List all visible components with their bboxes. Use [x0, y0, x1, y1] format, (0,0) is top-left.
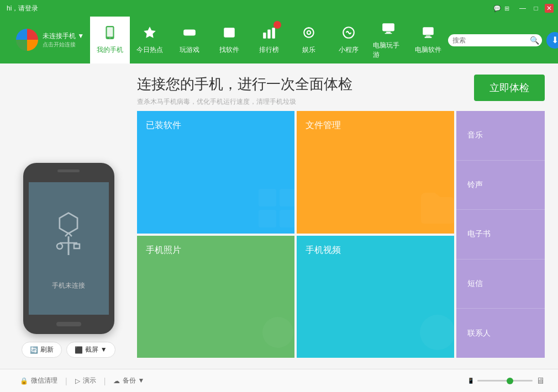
promo-subtitle: 查杀木马手机病毒，优化手机运行速度，清理手机垃圾 [137, 97, 352, 107]
tile-phone-photos[interactable]: 手机照片 [137, 236, 294, 358]
logo-icon [16, 29, 38, 51]
close-button[interactable]: ✕ [545, 4, 554, 13]
svg-rect-24 [424, 28, 432, 34]
tile-phone-videos[interactable]: 手机视频 [297, 236, 454, 358]
svg-rect-12 [229, 32, 231, 33]
nav-item-my-phone[interactable]: 我的手机 [90, 17, 130, 63]
svg-rect-11 [229, 30, 233, 31]
cloud-icon: ☁ [113, 377, 120, 385]
tile-sidebar-ebook[interactable]: 电子书 [456, 210, 545, 259]
maximize-button[interactable]: □ [531, 4, 540, 13]
search-area: 🔍 ⬇ [448, 32, 558, 49]
svg-rect-4 [183, 30, 196, 36]
separator-2: | [104, 377, 106, 385]
tile-sidebar-music[interactable]: 音乐 [456, 111, 545, 161]
logo-area[interactable]: 未连接手机 ▼ 点击开始连接 [4, 29, 90, 52]
ranking-icon [262, 25, 276, 43]
refresh-icon: 🔄 [30, 346, 38, 354]
hot-today-icon [143, 25, 157, 43]
tile-label: 手机照片 [146, 245, 181, 256]
svg-rect-32 [280, 189, 294, 206]
backup-action[interactable]: ☁ 备份 ▼ [107, 369, 151, 392]
play-icon: ▷ [75, 377, 80, 385]
tile-sidebar-label: 联系人 [467, 329, 491, 338]
icon-message[interactable]: 💬 [493, 5, 501, 12]
tile-label: 手机视频 [306, 245, 341, 256]
svg-rect-33 [259, 210, 276, 227]
find-software-label: 找软件 [219, 45, 239, 55]
tile-bg-icon [256, 186, 294, 234]
tiles-left: 已装软件 文件管理 手机照片 手机视频 [137, 111, 454, 358]
tile-file-manager[interactable]: 文件管理 [297, 111, 454, 234]
tile-sidebar-contacts[interactable]: 联系人 [456, 309, 545, 358]
phone-screen: ⬡ 手机未连接 [29, 182, 109, 315]
right-panel: 连接您的手机，进行一次全面体检 查杀木马手机病毒，优化手机运行速度，清理手机垃圾… [137, 75, 545, 358]
svg-rect-22 [385, 33, 392, 34]
nav-item-games[interactable]: 玩游戏 [170, 17, 209, 63]
my-phone-icon [103, 25, 117, 43]
pc-games-label: 电脑玩手游 [373, 41, 404, 60]
icon-grid[interactable]: ⊞ [504, 5, 509, 12]
svg-rect-21 [386, 31, 391, 33]
size-slider[interactable] [477, 380, 533, 382]
tile-sidebar-label: 短信 [467, 279, 483, 289]
svg-rect-6 [186, 33, 189, 34]
promo-title: 连接您的手机，进行一次全面体检 [137, 75, 352, 94]
pc-software-label: 电脑软件 [415, 45, 441, 55]
phone-status-text: 手机未连接 [52, 281, 85, 290]
ranking-label: 排行榜 [259, 45, 279, 55]
svg-rect-14 [263, 33, 266, 39]
svg-rect-26 [425, 37, 432, 38]
tile-sidebar-ringtone[interactable]: 铃声 [456, 161, 545, 210]
nav-item-find-software[interactable]: 找软件 [209, 17, 249, 63]
size-small-icon: 📱 [467, 378, 474, 384]
find-software-icon [222, 25, 236, 43]
search-icon[interactable]: 🔍 [530, 36, 539, 45]
tile-sidebar-sms[interactable]: 短信 [456, 259, 545, 309]
download-button[interactable]: ⬇ [546, 32, 558, 49]
logo-subtext: 点击开始连接 [43, 41, 84, 49]
wechat-clean-action[interactable]: 🔒 微信清理 [13, 369, 64, 392]
cta-button[interactable]: 立即体检 [474, 75, 545, 101]
promo-section: 连接您的手机，进行一次全面体检 查杀木马手机病毒，优化手机运行速度，清理手机垃圾… [137, 75, 545, 107]
main-content: ⬡ 手机未连接 🔄 刷新 [0, 63, 558, 392]
svg-marker-3 [144, 27, 156, 38]
search-input[interactable] [452, 36, 530, 44]
screenshot-button[interactable]: ⬛ 截屏 ▼ [66, 342, 115, 358]
screenshot-icon: ⬛ [75, 346, 83, 354]
my-phone-label: 我的手机 [97, 45, 123, 55]
refresh-button[interactable]: 🔄 刷新 [22, 342, 62, 358]
logo-text: 未连接手机 ▼ [43, 31, 84, 41]
tiles-container: 已装软件 文件管理 手机照片 手机视频 音乐铃声电子书短信联系人 [137, 111, 545, 358]
svg-rect-31 [259, 189, 276, 206]
svg-rect-25 [426, 35, 431, 36]
minimize-button[interactable]: — [518, 4, 527, 13]
svg-rect-30 [74, 244, 80, 248]
size-large-icon: 🖥 [536, 376, 545, 386]
toolbar: 未连接手机 ▼ 点击开始连接 我的手机 今日热点 玩游戏 找软件 排行榜 [0, 17, 558, 63]
tile-installed-apps[interactable]: 已装软件 [137, 111, 294, 234]
nav-item-mini-program[interactable]: 小程序 [329, 17, 369, 63]
entertainment-icon [302, 25, 316, 43]
size-controls: 📱 🖥 [467, 376, 545, 386]
ranking-badge [273, 21, 281, 29]
svg-rect-16 [272, 28, 275, 39]
size-slider-container: 📱 🖥 [467, 376, 545, 386]
nav-item-hot-today[interactable]: 今日热点 [130, 17, 170, 63]
nav-items: 我的手机 今日热点 玩游戏 找软件 排行榜 娱乐 小程序 [90, 17, 448, 63]
svg-rect-15 [267, 30, 270, 39]
content-area: ⬡ 手机未连接 🔄 刷新 [0, 63, 558, 369]
svg-rect-1 [107, 27, 113, 36]
bottom-bar: 🔒 微信清理 | ▷ 演示 | ☁ 备份 ▼ 📱 🖥 [0, 369, 558, 392]
nav-item-entertainment[interactable]: 娱乐 [289, 17, 329, 63]
phone-actions: 🔄 刷新 ⬛ 截屏 ▼ [22, 342, 115, 358]
nav-item-pc-software[interactable]: 电脑软件 [408, 17, 448, 63]
nav-item-pc-games[interactable]: 电脑玩手游 [369, 17, 408, 63]
demo-action[interactable]: ▷ 演示 [69, 369, 103, 392]
tile-bg-icon [415, 186, 454, 234]
promo-text: 连接您的手机，进行一次全面体检 查杀木马手机病毒，优化手机运行速度，清理手机垃圾 [137, 75, 352, 107]
nav-item-ranking[interactable]: 排行榜 [249, 17, 289, 63]
games-label: 玩游戏 [180, 45, 199, 55]
svg-point-8 [192, 33, 193, 34]
svg-point-29 [57, 243, 62, 249]
